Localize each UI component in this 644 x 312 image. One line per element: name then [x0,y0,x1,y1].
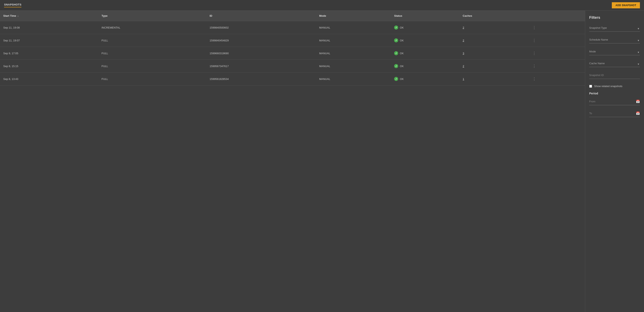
cell-id: 1599660319690 [206,47,316,60]
cache-name-select[interactable]: Cache Name [589,61,640,66]
status-ok-icon [394,64,398,68]
col-type: Type [98,11,206,21]
cell-status: OK [391,73,460,85]
schedule-name-select[interactable]: Schedule Name [589,37,640,42]
cell-action: ⋮ [528,73,585,85]
cell-mode: MANUAL [316,34,391,47]
cell-id: 1599561828534 [206,73,316,85]
status-ok-icon [394,51,398,55]
cell-status: OK [391,60,460,73]
cell-status: OK [391,34,460,47]
page-title: SNAPSHOTS [4,3,22,7]
cell-id: 1599567347617 [206,60,316,73]
mode-select[interactable]: Mode All MANUAL AUTO [589,49,640,54]
cell-caches: 2 [460,60,528,73]
from-calendar-icon[interactable]: 📅 [636,99,640,103]
cell-caches: 2 [460,21,528,34]
cell-start-time: Sep 8, 13:43 [0,73,98,85]
from-filter: 📅 [589,99,640,105]
row-menu-button[interactable]: ⋮ [531,50,538,56]
cell-mode: MANUAL [316,47,391,60]
cell-mode: MANUAL [316,73,391,85]
cell-status: OK [391,47,460,60]
cell-id: 1599840500602 [206,21,316,34]
table-row: Sep 8, 13:43 FULL 1599561828534 MANUAL O… [0,73,585,85]
main-content: Start Time ↓ Type ID Mode Status Caches [0,11,644,312]
col-start-time: Start Time ↓ [0,11,98,21]
cache-count-link[interactable]: 2 [463,39,464,42]
col-id: ID [206,11,316,21]
cell-action: ⋮ [528,34,585,47]
table-area: Start Time ↓ Type ID Mode Status Caches [0,11,585,312]
snapshot-id-filter [589,73,640,79]
cache-count-link[interactable]: 3 [463,52,464,55]
cell-type: FULL [98,47,206,60]
cell-type: INCREMENTAL [98,21,206,34]
status-label: OK [400,65,404,68]
snapshot-type-select[interactable]: Snapshot Type All FULL INCREMENTAL [589,26,640,30]
cell-type: FULL [98,60,206,73]
cache-name-filter: Cache Name ▾ [589,61,640,67]
cell-action: ⋮ [528,60,585,73]
status-label: OK [400,77,404,81]
to-date-input[interactable] [589,111,636,116]
snapshot-id-input[interactable] [589,73,640,77]
row-menu-button[interactable]: ⋮ [531,76,538,82]
cell-type: FULL [98,73,206,85]
table-row: Sep 8, 15:15 FULL 1599567347617 MANUAL O… [0,60,585,73]
to-filter: 📅 [589,111,640,117]
table-row: Sep 11, 19:08 INCREMENTAL 1599840500602 … [0,21,585,34]
mode-filter: Mode All MANUAL AUTO ▾ [589,49,640,55]
status-ok-icon [394,26,398,30]
status-ok-icon [394,38,398,42]
col-mode: Mode [316,11,391,21]
snapshots-table: Start Time ↓ Type ID Mode Status Caches [0,11,585,85]
cell-id: 1599840454829 [206,34,316,47]
cell-action: ⋮ [528,47,585,60]
status-label: OK [400,26,404,29]
cell-status: OK [391,21,460,34]
schedule-name-filter: Schedule Name ▾ [589,37,640,43]
cell-type: FULL [98,34,206,47]
status-label: OK [400,52,404,55]
cell-action: ⋮ [528,21,585,34]
show-related-checkbox[interactable] [589,85,592,88]
cell-caches: 3 [460,47,528,60]
snapshot-type-filter: Snapshot Type All FULL INCREMENTAL ▾ [589,26,640,32]
filters-sidebar: Filters Snapshot Type All FULL INCREMENT… [585,11,644,312]
period-title: Period [589,92,640,95]
from-date-input[interactable] [589,99,636,104]
add-snapshot-button[interactable]: ADD SNAPSHOT [612,2,640,8]
row-menu-button[interactable]: ⋮ [531,63,538,69]
cell-start-time: Sep 8, 15:15 [0,60,98,73]
cache-count-link[interactable]: 2 [463,65,464,68]
show-related-row: Show related snapshots [589,85,640,88]
cache-count-link[interactable]: 1 [463,77,464,81]
col-actions [528,11,585,21]
status-ok-icon [394,77,398,81]
col-status: Status [391,11,460,21]
col-caches: Caches [460,11,528,21]
cell-caches: 1 [460,73,528,85]
header: SNAPSHOTS ADD SNAPSHOT [0,0,644,11]
cell-mode: MANUAL [316,60,391,73]
table-header-row: Start Time ↓ Type ID Mode Status Caches [0,11,585,21]
cell-mode: MANUAL [316,21,391,34]
app-container: SNAPSHOTS ADD SNAPSHOT Start Time ↓ Type [0,0,644,312]
cell-start-time: Sep 9, 17:05 [0,47,98,60]
table-row: Sep 9, 17:05 FULL 1599660319690 MANUAL O… [0,47,585,60]
row-menu-button[interactable]: ⋮ [531,25,538,31]
show-related-label: Show related snapshots [594,85,622,88]
status-label: OK [400,39,404,42]
cell-start-time: Sep 11, 19:07 [0,34,98,47]
cell-start-time: Sep 11, 19:08 [0,21,98,34]
row-menu-button[interactable]: ⋮ [531,37,538,43]
cache-count-link[interactable]: 2 [463,26,464,29]
cell-caches: 2 [460,34,528,47]
filters-title: Filters [589,16,640,20]
sort-desc-icon: ↓ [17,15,18,17]
table-row: Sep 11, 19:07 FULL 1599840454829 MANUAL … [0,34,585,47]
to-calendar-icon[interactable]: 📅 [636,111,640,115]
